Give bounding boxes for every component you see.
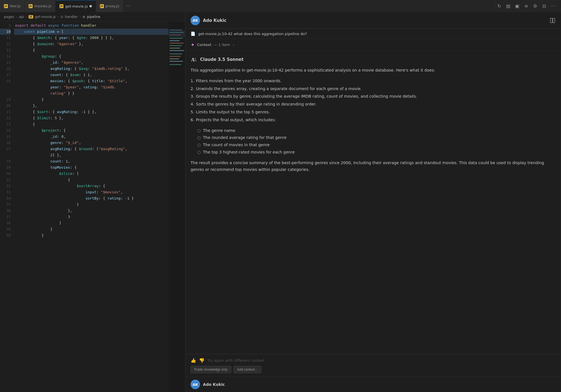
tab-movies[interactable]: JS movies.js [25,0,56,12]
svg-rect-6 [170,43,184,43]
chat-header-left: AK Ado Kukic [191,16,226,25]
thumbs-down-icon[interactable]: 👎 [199,358,205,363]
main-content: pages › api › JS get-movie.js › ⊙ handle… [0,12,561,392]
breadcrumb-pages: pages [4,15,14,19]
code-line-29: topMovies: { [14,164,168,171]
tab-more-button[interactable]: ··· [123,3,133,9]
bottom-user-name: Ado Kukic [203,382,225,387]
minimap [168,21,185,392]
sub-list: The genre name The rounded average ratin… [197,127,556,156]
list-item-6: 6. Projects the final output, which incl… [191,117,556,123]
anthropic-logo: A\ [191,56,198,63]
tab-proxy[interactable]: JS proxy.js [96,0,123,12]
try-again-text: Try again with different context [207,358,556,363]
code-line-33: input: "$movies", [14,189,168,195]
tab-proxy-label: proxy.js [106,4,119,8]
breadcrumb-handler: handler [65,15,78,19]
js-icon-worker: JS [4,4,8,8]
svg-text:A\: A\ [191,57,196,63]
code-area: 3 10 11 12 13 14 15 16 17 18 19 20 21 22… [0,21,185,392]
sub-item-3: The count of movies in that genre [197,142,556,148]
js-badge: JS [29,15,33,19]
code-line-21: { $sort: { avgRating: -1 } }, [14,109,168,115]
js-icon-movies: JS [29,4,33,8]
editor-panel: pages › api › JS get-movie.js › ⊙ handle… [0,12,185,392]
context-label: Context [197,43,211,47]
public-knowledge-button[interactable]: Public knowledge only [191,366,231,373]
bottom-user-row: AK Ado Kukic [186,377,561,392]
chat-user-name: Ado Kukic [203,18,226,23]
breadcrumb: pages › api › JS get-movie.js › ⊙ handle… [0,12,185,21]
chat-footer: 👍 👎 Try again with different context Pub… [186,354,561,377]
code-line-27b: 2] }, [14,152,168,158]
code-line-27: avgRating: { $round: ["$avgRating", [14,146,168,152]
code-line-25: _id: 0, [14,134,168,140]
response-outro: The result provides a concise summary of… [191,160,556,173]
add-context-button[interactable]: Add context... [233,366,261,373]
chat-panel-icon[interactable]: ▣ [514,3,521,10]
tab-bar: JS rker.js JS movies.js JS get-movie.js … [0,0,561,12]
breadcrumb-pipeline-icon: ⊕ [83,15,85,19]
chat-body: A\ Claude 3.5 Sonnet This aggregation pi… [186,51,561,354]
context-star-icon: ✦ [191,42,195,48]
sidebar-toggle-icon[interactable]: ▤ [505,3,512,10]
svg-rect-16 [550,18,552,23]
more-icon[interactable]: ··· [550,3,557,10]
code-line-20: }, [14,103,168,109]
code-line-39: } [14,226,168,232]
tab-get-movie[interactable]: JS get-movie.js [56,0,96,12]
js-icon-proxy: JS [100,4,104,8]
code-line-12: { $unwind: "$genres" }, [14,41,168,47]
code-line-24: $project: { [14,127,168,134]
svg-rect-9 [170,50,184,51]
response-intro: This aggregation pipeline in get-movie.j… [191,67,556,74]
code-line-10: const pipeline = [ [14,29,168,35]
chat-panel: AK Ado Kukic 📄 get-movie.js:10-42 what d… [185,12,561,392]
modified-dot [90,5,92,7]
context-chevron-icon: › [233,43,234,47]
tab-movies-label: movies.js [34,4,51,8]
code-line-13: { [14,47,168,53]
breadcrumb-api: api [19,15,24,19]
breadcrumb-file: get-movie.js [35,15,56,19]
svg-rect-1 [170,29,182,30]
breadcrumb-pipeline: pipeline [87,15,100,19]
sub-item-1: The genre name [197,127,556,134]
tab-worker-label: rker.js [10,4,20,8]
list-item-4: 4. Sorts the genres by their average rat… [191,101,556,108]
list-item-1: 1. Filters movies from the year 2000 onw… [191,78,556,84]
code-line-11: { $match: { year: { $gte: 2000 } } }, [14,35,168,41]
code-line-15: _id: "$genres", [14,59,168,66]
svg-rect-7 [170,45,182,46]
code-line-36: }, [14,208,168,214]
svg-rect-13 [170,61,183,62]
refresh-icon[interactable]: ↻ [496,3,503,10]
query-row: 📄 get-movie.js:10-42 what does this aggr… [186,29,561,39]
context-row[interactable]: ✦ Context — 1 item › [186,39,561,51]
js-icon-get-movie: JS [59,4,63,8]
sub-item-2: The rounded average rating for that genr… [197,134,556,141]
columns-icon[interactable]: ⊟ [541,3,548,10]
code-line-17: count: { $sum: 1 }, [14,72,168,78]
code-line-38: ] [14,220,168,226]
list-item-3: 3. Groups the results by genre, calculat… [191,93,556,100]
svg-rect-10 [170,53,182,54]
svg-rect-8 [170,48,180,49]
code-line-30: $slice: [ [14,171,168,177]
code-line-32: $sortArray: { [14,183,168,189]
menu-icon[interactable]: ≡ [523,3,530,10]
line-numbers: 3 10 11 12 13 14 15 16 17 18 19 20 21 22… [0,21,14,392]
chat-header-icons [549,17,556,24]
tab-worker[interactable]: JS rker.js [0,0,25,12]
svg-rect-17 [553,18,555,23]
list-item-2: 2. Unwinds the genres array, creating a … [191,86,556,92]
gear-icon[interactable]: ⚙ [532,3,539,10]
code-line-37: 3 [14,214,168,220]
ai-response-header: A\ Claude 3.5 Sonnet [191,56,556,63]
code-line-18: movies: { $push: { title: "$title", [14,78,168,84]
svg-rect-4 [170,38,183,39]
user-avatar: AK [191,16,200,25]
thumbs-up-icon[interactable]: 👍 [191,358,196,363]
footer-buttons: Public knowledge only Add context... [191,366,556,373]
layout-icon[interactable] [549,17,556,24]
